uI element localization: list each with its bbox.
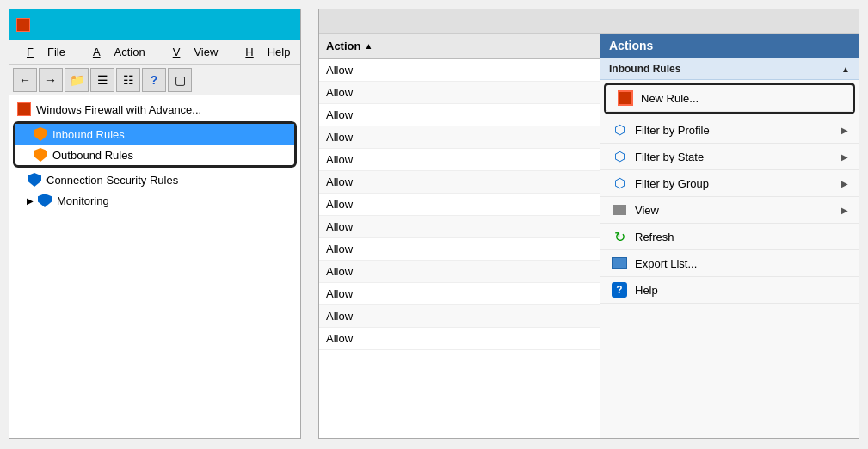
detail-view-button[interactable]: ☷ bbox=[116, 68, 140, 92]
sort-icon: ▲ bbox=[364, 41, 372, 51]
new-rule-highlight-box: New Rule... bbox=[604, 83, 855, 114]
title-bar bbox=[9, 9, 300, 40]
right-content: Action ▲ Allow Allow Allow Allow Allow A… bbox=[319, 34, 859, 438]
tree-area: Windows Firewall with Advance... Inbound… bbox=[9, 95, 300, 438]
left-panel: FFile AAction VView HHelp ← → 📁 ☰ ☷ ? ▢ … bbox=[9, 9, 301, 439]
submenu-chevron: ▶ bbox=[841, 126, 848, 135]
refresh-action[interactable]: ↻ Refresh bbox=[600, 224, 859, 250]
outbound-rules-icon bbox=[33, 147, 48, 163]
firewall-tree-icon bbox=[16, 101, 32, 117]
list-view-button[interactable]: ☰ bbox=[90, 68, 114, 92]
menu-help[interactable]: HHelp bbox=[231, 44, 304, 60]
back-button[interactable]: ← bbox=[13, 68, 37, 92]
right-top-bar bbox=[319, 9, 859, 34]
menu-file[interactable]: FFile bbox=[13, 44, 79, 60]
list-item[interactable]: Allow bbox=[319, 283, 600, 305]
actions-header: Actions bbox=[600, 34, 859, 58]
sidebar-item-monitoring[interactable]: ▶ Monitoring bbox=[9, 190, 300, 211]
help-action[interactable]: ? Help bbox=[600, 277, 859, 304]
filter-by-state-icon: ⬡ bbox=[611, 148, 628, 165]
list-item[interactable]: Allow bbox=[319, 171, 600, 194]
filter-by-group-action[interactable]: ⬡ Filter by Group ▶ bbox=[600, 170, 859, 197]
view-icon bbox=[611, 201, 628, 218]
view-action[interactable]: View ▶ bbox=[600, 197, 859, 224]
tree-root[interactable]: Windows Firewall with Advance... bbox=[9, 99, 300, 120]
list-item[interactable]: Allow bbox=[319, 328, 600, 350]
filter-by-profile-icon: ⬡ bbox=[611, 121, 628, 138]
list-header: Action ▲ bbox=[319, 34, 600, 59]
export-list-icon bbox=[611, 255, 628, 272]
list-rows: Allow Allow Allow Allow Allow Allow Allo… bbox=[319, 59, 600, 438]
list-item[interactable]: Allow bbox=[319, 82, 600, 104]
filter-by-state-action[interactable]: ⬡ Filter by State ▶ bbox=[600, 144, 859, 170]
right-panel: Action ▲ Allow Allow Allow Allow Allow A… bbox=[318, 9, 859, 439]
export-list-action[interactable]: Export List... bbox=[600, 250, 859, 277]
section-sort-arrow: ▲ bbox=[841, 65, 850, 74]
list-item[interactable]: Allow bbox=[319, 238, 600, 261]
actions-section-header: Inbound Rules ▲ bbox=[600, 58, 859, 80]
list-item[interactable]: Allow bbox=[319, 216, 600, 238]
folder-button[interactable]: 📁 bbox=[65, 68, 89, 92]
connection-security-icon bbox=[27, 172, 42, 188]
filter-by-profile-action[interactable]: ⬡ Filter by Profile ▶ bbox=[600, 117, 859, 144]
sidebar-item-connection-security[interactable]: Connection Security Rules bbox=[9, 169, 300, 190]
help-toolbar-button[interactable]: ? bbox=[142, 68, 166, 92]
menu-bar: FFile AAction VView HHelp bbox=[9, 40, 300, 65]
menu-view[interactable]: VView bbox=[159, 44, 232, 60]
toolbar: ← → 📁 ☰ ☷ ? ▢ bbox=[9, 65, 300, 95]
help-icon: ? bbox=[611, 281, 628, 298]
submenu-chevron: ▶ bbox=[841, 206, 848, 215]
list-item[interactable]: Allow bbox=[319, 305, 600, 328]
list-item[interactable]: Allow bbox=[319, 149, 600, 171]
filter-by-group-icon: ⬡ bbox=[611, 175, 628, 192]
new-rule-action[interactable]: New Rule... bbox=[606, 85, 853, 112]
submenu-chevron: ▶ bbox=[841, 179, 848, 188]
sidebar-item-outbound-rules[interactable]: Outbound Rules bbox=[15, 145, 294, 165]
submenu-chevron: ▶ bbox=[841, 152, 848, 162]
list-item[interactable]: Allow bbox=[319, 104, 600, 126]
highlight-box: Inbound Rules Outbound Rules bbox=[13, 121, 297, 168]
inbound-rules-icon bbox=[33, 126, 48, 142]
sidebar-item-inbound-rules[interactable]: Inbound Rules bbox=[15, 124, 294, 145]
forward-button[interactable]: → bbox=[39, 68, 63, 92]
new-rule-icon bbox=[617, 89, 634, 107]
list-item[interactable]: Allow bbox=[319, 194, 600, 216]
list-item[interactable]: Allow bbox=[319, 261, 600, 283]
list-area: Action ▲ Allow Allow Allow Allow Allow A… bbox=[319, 34, 600, 438]
refresh-icon: ↻ bbox=[611, 228, 628, 245]
action-column-header[interactable]: Action ▲ bbox=[319, 34, 422, 58]
list-item[interactable]: Allow bbox=[319, 59, 600, 82]
menu-action[interactable]: AAction bbox=[79, 44, 159, 60]
actions-sidebar: Actions Inbound Rules ▲ New Rule... ⬡ bbox=[600, 34, 859, 438]
monitoring-icon bbox=[37, 193, 52, 208]
expand-arrow: ▶ bbox=[27, 196, 34, 206]
window-button[interactable]: ▢ bbox=[168, 68, 192, 92]
app-icon bbox=[16, 18, 30, 32]
list-item[interactable]: Allow bbox=[319, 126, 600, 149]
